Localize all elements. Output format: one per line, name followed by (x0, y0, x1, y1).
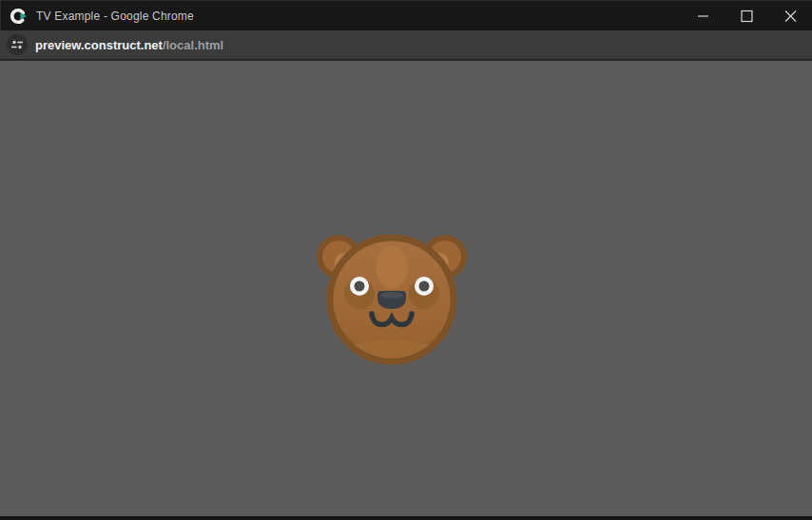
tune-icon (11, 39, 23, 50)
url-display: preview.construct.net/local.html (35, 38, 223, 52)
maximize-icon (725, 1, 768, 31)
minimize-icon (681, 1, 725, 31)
minimize-button[interactable] (681, 1, 725, 31)
close-button[interactable] (768, 1, 812, 31)
window-bottom-edge (0, 516, 812, 520)
bear-nose-highlight (380, 292, 403, 299)
bear-forehead-highlight (376, 245, 408, 289)
bear-face-sprite[interactable] (309, 223, 474, 366)
game-canvas[interactable] (0, 61, 812, 516)
bear-right-pupil (419, 281, 430, 292)
url-host: preview.construct.net (35, 38, 163, 52)
maximize-button[interactable] (725, 1, 768, 31)
bear-left-pupil (355, 281, 365, 292)
titlebar: TV Example - Google Chrome (0, 0, 812, 30)
browser-window: TV Example - Google Chrome (0, 0, 812, 520)
close-icon (768, 1, 812, 31)
site-info-button[interactable] (7, 34, 28, 55)
url-path: /local.html (163, 38, 223, 52)
construct-logo-icon (9, 7, 28, 26)
window-controls (681, 1, 812, 31)
window-title: TV Example - Google Chrome (36, 10, 681, 23)
address-bar[interactable]: preview.construct.net/local.html (0, 30, 812, 59)
